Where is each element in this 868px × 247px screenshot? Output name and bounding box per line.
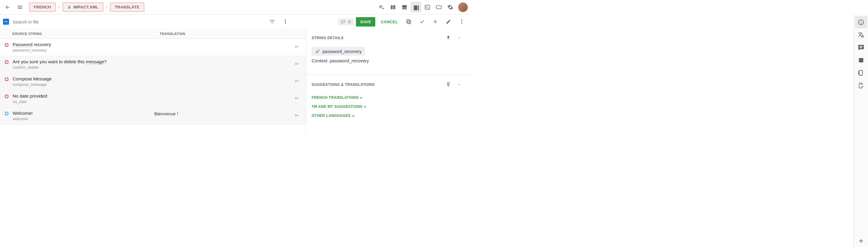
status-indicator bbox=[5, 43, 8, 47]
search-input[interactable] bbox=[11, 18, 90, 26]
layout-bottom-icon[interactable] bbox=[399, 2, 410, 13]
caret-right-icon: ▶ bbox=[352, 114, 355, 117]
suggestions-header: SUGGESTIONS & TRANSLATIONS bbox=[306, 75, 470, 93]
terminal-icon[interactable] bbox=[422, 2, 433, 13]
list-header: SOURCE STRING TRANSLATION bbox=[0, 29, 306, 39]
svg-point-3 bbox=[285, 21, 286, 22]
source-key: welcome bbox=[13, 117, 154, 121]
pin-outline-icon[interactable] bbox=[443, 79, 454, 90]
table-row[interactable]: Compose Message compose_message bbox=[0, 73, 306, 90]
chevron-right-icon bbox=[58, 6, 61, 9]
row-actions bbox=[291, 93, 302, 104]
source-text: Password recovery bbox=[13, 42, 154, 47]
auto-translate-icon[interactable] bbox=[291, 59, 302, 70]
crumb-mode[interactable]: TRANSLATE bbox=[110, 2, 144, 12]
chevron-right-icon bbox=[105, 6, 108, 9]
suggestion-link[interactable]: TM AND MT SUGGESTIONS▶ bbox=[306, 102, 470, 111]
suggestion-label: TM AND MT SUGGESTIONS bbox=[312, 104, 363, 109]
android-icon bbox=[67, 5, 71, 9]
auto-translate-icon[interactable] bbox=[291, 93, 302, 104]
topbar: FRENCH IMPACT.XML TRANSLATE bbox=[0, 0, 470, 14]
svg-point-4 bbox=[285, 23, 286, 24]
row-source: Are you sure you want to delete this mes… bbox=[13, 59, 154, 69]
main: SOURCE STRING TRANSLATION Password recov… bbox=[0, 29, 470, 134]
svg-rect-5 bbox=[407, 20, 410, 23]
avatar[interactable] bbox=[458, 2, 468, 12]
suggestion-link[interactable]: FRENCH TRANSLATIONS▶ bbox=[306, 93, 470, 102]
status-indicator bbox=[5, 78, 8, 81]
table-row[interactable]: Are you sure you want to delete this mes… bbox=[0, 56, 306, 73]
row-translation: Bienvenue ! bbox=[154, 111, 291, 116]
row-translation bbox=[154, 42, 291, 42]
key-icon bbox=[315, 49, 320, 54]
svg-point-9 bbox=[461, 23, 462, 24]
edit-icon[interactable] bbox=[443, 16, 454, 27]
row-translation bbox=[154, 59, 291, 60]
crumb-language[interactable]: FRENCH bbox=[29, 2, 56, 12]
workflow-icon[interactable] bbox=[280, 16, 291, 27]
status-indicator bbox=[5, 60, 8, 64]
filter-icon[interactable] bbox=[267, 16, 278, 27]
crumb-label: TRANSLATE bbox=[115, 5, 140, 9]
dropdown-icon[interactable] bbox=[454, 33, 465, 43]
row-actions bbox=[291, 42, 302, 53]
context-value: password_recovery bbox=[330, 58, 369, 63]
topbar-left: FRENCH IMPACT.XML TRANSLATE bbox=[2, 2, 376, 13]
row-actions bbox=[291, 59, 302, 70]
layout-columns-icon[interactable] bbox=[388, 2, 398, 13]
suggestion-link[interactable]: OTHER LANGUAGES▶ bbox=[306, 111, 470, 120]
details-header: STRING DETAILS bbox=[306, 29, 470, 47]
row-source: Compose Message compose_message bbox=[13, 76, 154, 87]
table-row[interactable]: No date provided no_date bbox=[0, 90, 306, 107]
row-translation bbox=[154, 93, 291, 94]
svg-point-2 bbox=[285, 20, 286, 21]
crumb-file[interactable]: IMPACT.XML bbox=[62, 2, 103, 12]
cancel-button[interactable]: CANCEL bbox=[378, 17, 401, 27]
caret-right-icon: ▶ bbox=[364, 105, 367, 108]
edit-list-icon[interactable] bbox=[376, 2, 387, 13]
select-all-checkbox[interactable] bbox=[3, 19, 9, 25]
crumb-label: IMPACT.XML bbox=[73, 5, 98, 9]
copy-source-icon[interactable] bbox=[403, 16, 414, 27]
auto-translate-icon[interactable] bbox=[291, 42, 302, 53]
keyboard-icon[interactable] bbox=[433, 2, 444, 13]
suggestions-title: SUGGESTIONS & TRANSLATIONS bbox=[312, 83, 443, 87]
svg-point-10 bbox=[316, 51, 318, 53]
source-key: no_date bbox=[13, 99, 154, 104]
context-line: Context: password_recovery bbox=[306, 58, 470, 69]
caret-right-icon: ▶ bbox=[361, 96, 363, 99]
svg-rect-6 bbox=[408, 21, 411, 24]
back-button[interactable] bbox=[2, 2, 13, 13]
status-indicator bbox=[5, 95, 8, 98]
editor-toolbar: 17 · 0 SAVE CANCEL bbox=[0, 14, 470, 29]
source-text: Welcome! bbox=[13, 111, 154, 116]
source-key: password_recovery bbox=[13, 48, 154, 53]
settings-icon[interactable] bbox=[445, 2, 456, 13]
table-row[interactable]: Welcome! welcome Bienvenue ! bbox=[0, 107, 306, 125]
col-translation-header: TRANSLATION bbox=[160, 32, 185, 35]
svg-point-7 bbox=[461, 20, 462, 21]
dropdown-icon[interactable] bbox=[454, 79, 465, 90]
approve-icon[interactable] bbox=[416, 16, 427, 27]
strings-list: SOURCE STRING TRANSLATION Password recov… bbox=[0, 29, 306, 134]
details-title: STRING DETAILS bbox=[312, 36, 443, 40]
string-key-text: password_recovery bbox=[322, 49, 362, 54]
status-indicator bbox=[5, 112, 8, 115]
col-source-header: SOURCE STRING bbox=[12, 32, 160, 35]
layout-side-icon[interactable] bbox=[410, 2, 421, 13]
svg-rect-0 bbox=[425, 5, 430, 9]
save-button[interactable]: SAVE bbox=[356, 17, 375, 27]
context-label: Context: bbox=[312, 58, 329, 63]
breadcrumb: FRENCH IMPACT.XML TRANSLATE bbox=[29, 2, 144, 12]
add-icon[interactable] bbox=[430, 16, 441, 27]
source-key: compose_message bbox=[13, 82, 154, 87]
auto-translate-icon[interactable] bbox=[291, 111, 302, 121]
table-row[interactable]: Password recovery password_recovery bbox=[0, 39, 306, 56]
pin-icon[interactable] bbox=[443, 33, 454, 43]
row-source: Welcome! welcome bbox=[13, 111, 154, 121]
row-source: No date provided no_date bbox=[13, 93, 154, 104]
menu-button[interactable] bbox=[14, 2, 25, 13]
count-pill: 17 · 0 bbox=[338, 19, 354, 25]
auto-translate-icon[interactable] bbox=[291, 76, 302, 87]
more-icon[interactable] bbox=[456, 16, 467, 27]
